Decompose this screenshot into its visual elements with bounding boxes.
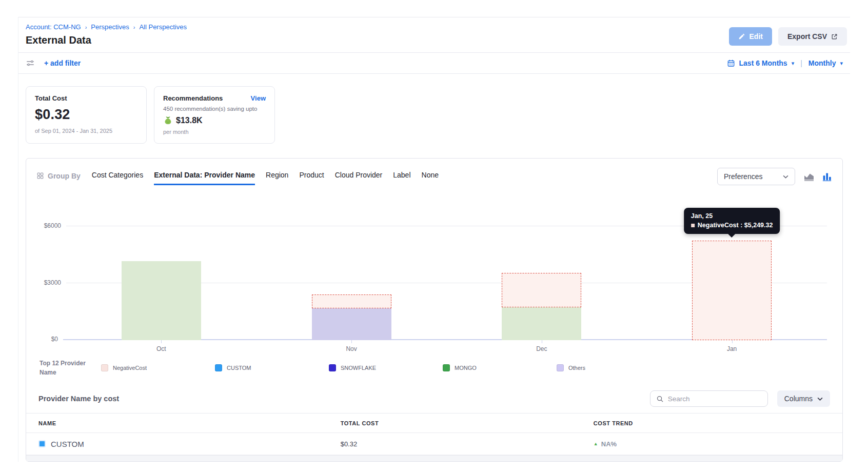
bar-dec[interactable] — [447, 273, 637, 340]
legend-swatch — [557, 364, 564, 371]
chart-tooltip: Jan, 25 NegativeCost : $5,249.32 — [684, 208, 780, 234]
tooltip-value: NegativeCost : $5,249.32 — [698, 222, 773, 229]
edit-button[interactable]: Edit — [729, 27, 772, 46]
recommendations-title: Recommendations — [163, 94, 223, 102]
page: Account: CCM-NG › Perspectives › All Per… — [18, 17, 850, 462]
y-axis-label: $0 — [51, 336, 58, 343]
tooltip-series-swatch — [691, 224, 695, 227]
bar-segment-mongo[interactable] — [502, 307, 581, 340]
perspective-card: Group By Cost Categories External Data: … — [26, 158, 843, 462]
x-axis-tick — [351, 340, 352, 343]
group-by-tabs: Cost Categories External Data: Provider … — [92, 171, 717, 185]
page-title: External Data — [26, 34, 187, 46]
provider-total-cost: $0.32 — [328, 433, 581, 455]
total-cost-title: Total Cost — [35, 94, 137, 102]
bar-segment-negativecost[interactable] — [692, 241, 772, 340]
tab-product[interactable]: Product — [299, 171, 324, 185]
bar-segment-negativecost[interactable] — [502, 273, 581, 307]
bar-chart-icon[interactable] — [822, 172, 832, 181]
group-by-row: Group By Cost Categories External Data: … — [26, 159, 842, 188]
group-by-label: Group By — [48, 172, 81, 180]
breadcrumb-separator-icon: › — [133, 24, 135, 30]
tab-region[interactable]: Region — [266, 171, 288, 185]
breadcrumb-perspectives[interactable]: Perspectives — [91, 23, 129, 31]
breadcrumb: Account: CCM-NG › Perspectives › All Per… — [26, 23, 187, 31]
columns-button[interactable]: Columns — [777, 390, 830, 407]
x-axis-label: Oct — [156, 345, 166, 352]
x-axis-label: Dec — [536, 345, 547, 352]
external-link-icon — [831, 33, 838, 40]
bar-oct[interactable] — [66, 261, 257, 340]
legend-item-others[interactable]: Others — [557, 364, 670, 371]
group-by-label-wrap: Group By — [36, 172, 81, 185]
divider: | — [798, 59, 804, 67]
columns-label: Columns — [784, 395, 813, 403]
bar-segment-snowflake[interactable] — [312, 308, 391, 340]
breadcrumb-all-perspectives[interactable]: All Perspectives — [139, 23, 186, 31]
bar-nov[interactable] — [257, 294, 447, 340]
bar-segment-mongo[interactable] — [122, 261, 201, 340]
recommendations-savings: $13.8K — [176, 116, 203, 125]
table-row-partial — [26, 455, 842, 461]
col-cost-trend[interactable]: COST TREND — [581, 414, 842, 433]
legend-item-snowflake[interactable]: SNOWFLAKE — [329, 364, 443, 371]
cost-chart: $6000 $3000 $0 Jan, 25 NegativeCost : $5… — [40, 193, 829, 353]
x-axis-label: Jan — [727, 345, 737, 352]
breadcrumb-account[interactable]: Account: CCM-NG — [26, 23, 81, 31]
table-row[interactable]: CUSTOM $0.32 ▲ NA% — [26, 433, 842, 455]
bar-segment-negativecost[interactable] — [312, 294, 391, 308]
summary-section: Total Cost $0.32 of Sep 01, 2024 - Jan 3… — [18, 74, 850, 158]
calendar-icon — [727, 59, 735, 67]
edit-button-label: Edit — [749, 32, 763, 41]
col-total-cost[interactable]: TOTAL COST — [328, 414, 581, 433]
chart-legend: Top 12 Provider Name NegativeCostCUSTOMS… — [26, 353, 842, 380]
legend-label: MONGO — [455, 365, 477, 371]
legend-item-mongo[interactable]: MONGO — [443, 364, 557, 371]
y-axis-label: $6000 — [44, 222, 61, 229]
legend-item-negativecost[interactable]: NegativeCost — [101, 364, 215, 371]
money-bag-icon — [163, 115, 173, 125]
provider-name: CUSTOM — [51, 440, 84, 448]
tab-cloud-provider[interactable]: Cloud Provider — [335, 171, 383, 185]
chevron-down-icon: ▾ — [792, 60, 795, 67]
chevron-down-icon: ▾ — [840, 60, 843, 67]
chevron-down-icon — [817, 397, 823, 401]
recommendations-view-link[interactable]: View — [251, 94, 266, 102]
chart-plot: $6000 $3000 $0 Jan, 25 NegativeCost : $5… — [66, 193, 827, 340]
bar-jan[interactable] — [637, 241, 827, 340]
y-axis-label: $3000 — [44, 279, 61, 286]
x-axis-label: Nov — [346, 345, 357, 352]
legend-label: NegativeCost — [113, 365, 147, 371]
preferences-dropdown[interactable]: Preferences — [717, 168, 795, 185]
pencil-icon — [738, 33, 745, 40]
tab-label[interactable]: Label — [393, 171, 410, 185]
tooltip-arrow — [728, 234, 736, 238]
page-header: Account: CCM-NG › Perspectives › All Per… — [18, 17, 850, 52]
legend-swatch — [215, 364, 222, 371]
export-csv-button[interactable]: Export CSV — [778, 27, 847, 46]
area-chart-icon[interactable] — [803, 172, 815, 181]
table-header-row: NAME TOTAL COST COST TREND — [26, 414, 842, 433]
table-toolbar: Provider Name by cost Columns — [26, 380, 842, 413]
provider-cost-table: NAME TOTAL COST COST TREND CUSTOM $0.32 — [26, 413, 842, 455]
col-name[interactable]: NAME — [26, 414, 328, 433]
date-range-dropdown[interactable]: Last 6 Months — [739, 59, 787, 67]
search-input[interactable] — [668, 395, 762, 403]
legend-item-custom[interactable]: CUSTOM — [215, 364, 329, 371]
chevron-down-icon — [783, 175, 788, 179]
table-title: Provider Name by cost — [38, 395, 119, 403]
search-box — [650, 390, 768, 407]
recommendations-line2: per month — [163, 129, 266, 135]
add-filter-button[interactable]: + add filter — [44, 59, 81, 67]
trend-value: NA% — [601, 440, 617, 448]
legend-swatch — [443, 364, 450, 371]
tooltip-title: Jan, 25 — [691, 212, 773, 220]
legend-label: CUSTOM — [227, 365, 251, 371]
legend-swatch — [329, 364, 336, 371]
tab-cost-categories[interactable]: Cost Categories — [92, 171, 143, 185]
tab-external-data-provider-name[interactable]: External Data: Provider Name — [154, 171, 255, 185]
granularity-dropdown[interactable]: Monthly — [808, 59, 836, 67]
tab-none[interactable]: None — [422, 171, 439, 185]
filter-sliders-icon[interactable] — [26, 58, 35, 68]
legend-label: Others — [568, 365, 585, 371]
